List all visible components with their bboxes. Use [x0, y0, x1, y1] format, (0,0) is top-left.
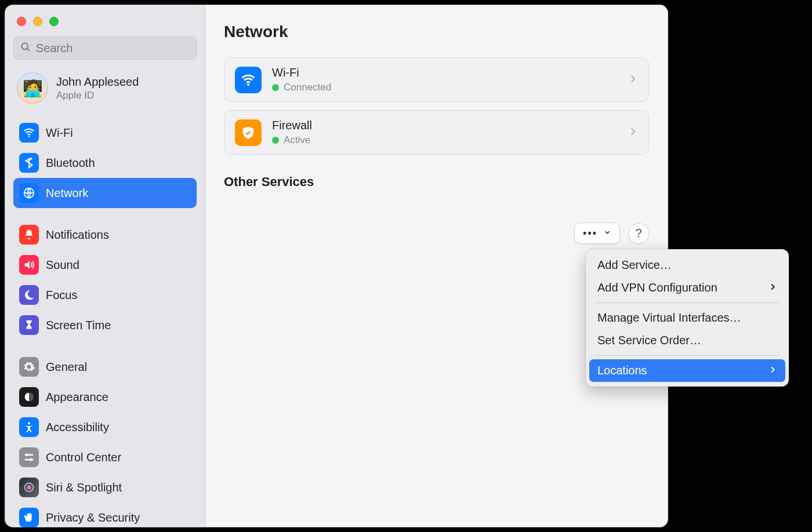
- menu-item-label: Set Service Order…: [597, 334, 701, 347]
- gear-icon: [19, 357, 39, 377]
- service-status: Active: [284, 134, 310, 146]
- svg-point-5: [28, 422, 30, 425]
- svg-point-8: [26, 454, 28, 457]
- sidebar-item-label: Wi-Fi: [46, 126, 73, 140]
- svg-point-2: [28, 136, 30, 137]
- question-icon: ?: [635, 227, 641, 240]
- chevron-right-icon: [628, 72, 638, 88]
- sidebar-item-notifications[interactable]: Notifications: [13, 220, 197, 250]
- svg-point-9: [30, 458, 32, 461]
- service-title: Firewall: [272, 119, 617, 132]
- siri-icon: [19, 478, 39, 497]
- sidebar-item-label: Focus: [46, 289, 77, 302]
- menu-item-set-service-order[interactable]: Set Service Order…: [589, 329, 785, 352]
- hourglass-icon: [19, 315, 39, 335]
- moon-icon: [19, 285, 39, 305]
- menu-item-manage-virtual-interfaces[interactable]: Manage Virtual Interfaces…: [589, 307, 785, 329]
- sidebar-item-label: Privacy & Security: [46, 511, 140, 524]
- appearance-icon: [19, 387, 39, 407]
- sidebar-item-focus[interactable]: Focus: [13, 280, 197, 310]
- accessibility-icon: [19, 417, 39, 437]
- status-dot-icon: [272, 84, 279, 91]
- chevron-right-icon: [768, 364, 777, 377]
- menu-item-label: Add VPN Configuration: [597, 281, 717, 294]
- sidebar-item-privacy-security[interactable]: Privacy & Security: [13, 502, 197, 532]
- ellipsis-icon: •••: [583, 227, 597, 239]
- sidebar-item-screen-time[interactable]: Screen Time: [13, 310, 197, 340]
- service-row-firewall[interactable]: Firewall Active: [224, 110, 649, 155]
- sidebar-item-label: Network: [46, 187, 88, 200]
- menu-item-locations[interactable]: Locations: [589, 359, 785, 382]
- menu-item-label: Manage Virtual Interfaces…: [597, 311, 741, 325]
- apple-id-profile[interactable]: 🧑‍💻 John Appleseed Apple ID: [13, 70, 197, 113]
- bluetooth-icon: [19, 153, 39, 173]
- sidebar-item-label: Bluetooth: [46, 156, 95, 170]
- sidebar-item-general[interactable]: General: [13, 352, 197, 382]
- zoom-window-button[interactable]: [49, 17, 59, 26]
- window-controls: [13, 13, 197, 37]
- firewall-icon: [235, 119, 262, 146]
- avatar: 🧑‍💻: [17, 72, 48, 104]
- page-title: Network: [224, 23, 649, 41]
- profile-name: John Appleseed: [56, 75, 139, 89]
- system-settings-window: 🧑‍💻 John Appleseed Apple ID Wi-Fi Blueto…: [5, 5, 668, 527]
- menu-item-label: Add Service…: [597, 258, 672, 272]
- sidebar-item-siri-spotlight[interactable]: Siri & Spotlight: [13, 472, 197, 502]
- minimize-window-button[interactable]: [33, 17, 42, 26]
- menu-separator: [595, 303, 780, 303]
- profile-subtitle: Apple ID: [56, 90, 139, 101]
- sliders-icon: [19, 447, 39, 467]
- svg-point-11: [27, 485, 31, 489]
- help-button[interactable]: ?: [628, 223, 649, 244]
- sidebar-item-label: General: [46, 360, 87, 374]
- close-window-button[interactable]: [17, 17, 26, 26]
- chevron-down-icon: [603, 227, 611, 239]
- services-toolbar: ••• ?: [574, 223, 649, 244]
- status-dot-icon: [272, 137, 279, 144]
- bell-icon: [19, 225, 39, 245]
- sidebar: 🧑‍💻 John Appleseed Apple ID Wi-Fi Blueto…: [5, 5, 205, 527]
- more-actions-menu: Add Service… Add VPN Configuration Manag…: [586, 249, 789, 387]
- service-status: Connected: [284, 82, 331, 93]
- sidebar-item-accessibility[interactable]: Accessibility: [13, 412, 197, 442]
- globe-icon: [19, 183, 39, 203]
- sidebar-item-label: Siri & Spotlight: [46, 481, 122, 494]
- sidebar-item-appearance[interactable]: Appearance: [13, 382, 197, 412]
- menu-item-label: Locations: [597, 364, 647, 377]
- chevron-right-icon: [768, 281, 777, 294]
- sidebar-item-label: Notifications: [46, 228, 109, 242]
- sidebar-item-control-center[interactable]: Control Center: [13, 442, 197, 472]
- sidebar-item-wifi[interactable]: Wi-Fi: [13, 118, 197, 148]
- sidebar-item-bluetooth[interactable]: Bluetooth: [13, 148, 197, 178]
- sidebar-item-label: Sound: [46, 258, 79, 272]
- hand-icon: [19, 508, 39, 527]
- svg-point-0: [21, 43, 28, 49]
- section-other-services: Other Services: [224, 174, 649, 190]
- search-input[interactable]: [36, 42, 190, 55]
- speaker-icon: [19, 255, 39, 275]
- search-icon: [20, 41, 31, 55]
- sidebar-item-network[interactable]: Network: [13, 178, 197, 208]
- menu-item-add-service[interactable]: Add Service…: [589, 254, 785, 276]
- search-field[interactable]: [13, 37, 197, 60]
- menu-item-add-vpn-configuration[interactable]: Add VPN Configuration: [589, 276, 785, 299]
- sidebar-group-alerts: Notifications Sound Focus Screen Time: [13, 220, 197, 340]
- svg-line-1: [27, 49, 30, 51]
- more-actions-button[interactable]: •••: [574, 223, 620, 244]
- chevron-right-icon: [628, 125, 638, 140]
- sidebar-item-label: Appearance: [46, 391, 108, 404]
- service-title: Wi-Fi: [272, 66, 617, 79]
- menu-separator: [595, 355, 780, 356]
- service-row-wifi[interactable]: Wi-Fi Connected: [224, 57, 649, 102]
- wifi-icon: [19, 123, 39, 143]
- sidebar-group-network: Wi-Fi Bluetooth Network: [13, 118, 197, 208]
- sidebar-item-label: Control Center: [46, 451, 121, 464]
- sidebar-item-sound[interactable]: Sound: [13, 250, 197, 280]
- svg-point-12: [247, 83, 249, 86]
- wifi-icon: [235, 67, 262, 93]
- sidebar-item-label: Accessibility: [46, 421, 109, 434]
- sidebar-item-label: Screen Time: [46, 319, 111, 332]
- sidebar-group-system: General Appearance Accessibility Control…: [13, 352, 197, 532]
